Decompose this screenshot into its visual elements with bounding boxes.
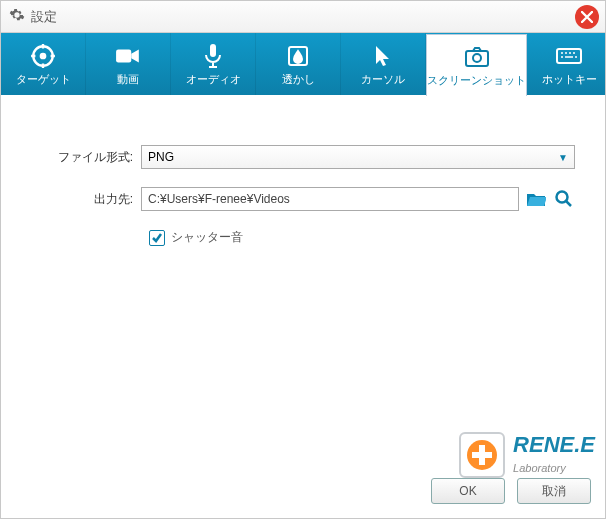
tab-label: カーソル <box>361 72 405 87</box>
watermark-icon <box>286 42 310 70</box>
format-value: PNG <box>148 150 174 164</box>
svg-point-6 <box>473 54 481 62</box>
tab-label: ホットキー <box>542 72 597 87</box>
svg-point-1 <box>41 53 45 57</box>
keyboard-icon <box>555 42 583 70</box>
titlebar: 設定 <box>1 1 605 33</box>
svg-rect-7 <box>557 49 581 63</box>
content-area: ファイル形式: PNG ▼ 出力先: C:¥Users¥F-renee¥Vide… <box>1 95 605 468</box>
format-select[interactable]: PNG ▼ <box>141 145 575 169</box>
tab-target[interactable]: ターゲット <box>1 33 86 95</box>
cursor-icon <box>373 42 393 70</box>
brand-text: RENE.E Laboratory <box>513 435 595 475</box>
mic-icon <box>201 42 225 70</box>
camera-icon <box>464 43 490 71</box>
tab-cursor[interactable]: カーソル <box>341 33 426 95</box>
settings-icon <box>9 7 25 26</box>
tab-label: ターゲット <box>16 72 71 87</box>
open-explorer-button[interactable] <box>525 188 547 210</box>
output-value: C:¥Users¥F-renee¥Videos <box>148 192 290 206</box>
video-icon <box>115 42 141 70</box>
tab-video[interactable]: 動画 <box>86 33 171 95</box>
tab-label: スクリーンショット <box>427 73 526 88</box>
tab-label: 動画 <box>117 72 139 87</box>
svg-rect-2 <box>116 49 131 62</box>
tab-audio[interactable]: オーディオ <box>171 33 256 95</box>
shutter-row: シャッター音 <box>149 229 575 246</box>
close-button[interactable] <box>575 5 599 29</box>
cancel-button[interactable]: 取消 <box>517 478 591 504</box>
footer-buttons: OK 取消 <box>431 478 591 504</box>
tab-screenshot[interactable]: スクリーンショット <box>426 34 527 96</box>
shutter-label: シャッター音 <box>171 229 243 246</box>
ok-button[interactable]: OK <box>431 478 505 504</box>
format-label: ファイル形式: <box>31 149 141 166</box>
tab-bar: ターゲット 動画 オーディオ 透かし カーソル スクリーンショット ホットキー <box>1 33 605 95</box>
svg-rect-3 <box>210 44 216 57</box>
caret-down-icon: ▼ <box>558 152 568 163</box>
tab-hotkey[interactable]: ホットキー <box>527 33 606 95</box>
tab-label: 透かし <box>282 72 315 87</box>
shutter-checkbox[interactable] <box>149 230 165 246</box>
svg-point-8 <box>557 192 568 203</box>
output-label: 出力先: <box>31 191 141 208</box>
format-row: ファイル形式: PNG ▼ <box>31 145 575 169</box>
window-title: 設定 <box>31 8 57 26</box>
tab-watermark[interactable]: 透かし <box>256 33 341 95</box>
output-path-input[interactable]: C:¥Users¥F-renee¥Videos <box>141 187 519 211</box>
brand-watermark: RENE.E Laboratory <box>459 432 595 478</box>
brand-logo-icon <box>459 432 505 478</box>
tab-label: オーディオ <box>186 72 241 87</box>
browse-button[interactable] <box>553 188 575 210</box>
output-row: 出力先: C:¥Users¥F-renee¥Videos <box>31 187 575 211</box>
settings-window: 設定 ターゲット 動画 オーディオ 透かし カーソル スクリーンショット <box>0 0 606 519</box>
target-icon <box>30 42 56 70</box>
